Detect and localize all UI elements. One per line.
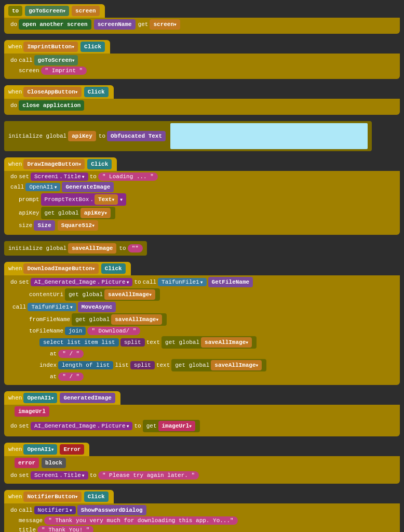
image-url-param: imageUrl xyxy=(15,406,49,417)
select-list-block: select list item list xyxy=(39,338,119,347)
openai1-error-event[interactable]: OpenAI1 xyxy=(23,444,57,455)
get-kw: get global xyxy=(45,210,79,216)
go-to-screen-call[interactable]: goToScreen xyxy=(34,55,78,65)
do-body-8: do set AI_Generated_Image . Picture to g… xyxy=(4,418,400,436)
text-7b: text xyxy=(156,362,170,368)
notifier-btn-block[interactable]: NotifierButton xyxy=(23,491,81,502)
square-opt[interactable]: Square512 xyxy=(58,220,98,231)
init-label-4: initialize global xyxy=(8,133,66,139)
screen1-title[interactable]: Screen1 . Title xyxy=(31,172,88,181)
open-another-screen-block[interactable]: open another screen xyxy=(19,19,91,30)
error-param: error xyxy=(15,458,39,468)
title-label-10: title xyxy=(19,527,36,532)
title-val-10: " Thank You! " xyxy=(37,526,93,532)
screen-type-block: screen xyxy=(72,6,100,16)
get-label-1: get xyxy=(138,21,149,28)
download-str: " Download/ " xyxy=(87,327,140,335)
draw-btn-block[interactable]: DrawImageButton xyxy=(23,159,85,169)
screen-row-2: screen " Imprint " xyxy=(8,66,396,75)
taifun-file1[interactable]: TaifunFile1 xyxy=(158,278,206,286)
dot: . xyxy=(59,174,63,180)
obfuscated-block: Obfuscated Text xyxy=(107,131,166,141)
api-key-var: apiKey xyxy=(68,131,96,141)
goToScreen-block[interactable]: goToScreen xyxy=(25,6,69,16)
at-row: at " / " xyxy=(8,350,396,358)
api-label: apiKey xyxy=(19,210,39,216)
openai1-block[interactable]: OpenAI1 xyxy=(25,183,60,191)
ai-image-pic-8[interactable]: AI_Generated_Image . Picture xyxy=(31,422,132,430)
save-all-split[interactable]: saveAllImage xyxy=(201,337,252,348)
when-label-2: when xyxy=(8,44,22,50)
click-event-5: Click xyxy=(87,159,112,169)
at2-row: at " / " xyxy=(8,373,396,381)
call-10: call xyxy=(19,507,32,513)
block-group-6: initialize global saveAllImage to "" xyxy=(4,241,400,256)
to-9: to xyxy=(90,472,97,478)
do-body-9: do set Screen1 . Title to " Please try a… xyxy=(4,470,400,484)
close-btn-block[interactable]: CloseAppButton xyxy=(23,87,81,97)
when-label-3: when xyxy=(8,89,22,95)
main-canvas: to goToScreen screen do open another scr… xyxy=(0,0,404,532)
index-row: index length of list list split text get… xyxy=(8,359,396,371)
size-row: size Size Square512 xyxy=(8,220,396,231)
text-7: text xyxy=(146,339,160,345)
screen-label-2: screen xyxy=(19,68,39,74)
event-hat-2: when ImprintButton Click xyxy=(4,40,110,54)
do-label-3: do xyxy=(10,102,17,109)
block-group-1: to goToScreen screen do open another scr… xyxy=(4,4,400,34)
generated-image-event: GeneratedImage xyxy=(60,393,115,403)
do-row-9: do set Screen1 . Title to " Please try a… xyxy=(8,471,396,480)
taifun-file1-move[interactable]: TaifunFile1 xyxy=(28,303,76,311)
click-event-10: Click xyxy=(84,491,109,502)
set-label-5: set xyxy=(19,174,29,180)
get-save-all-split: get global saveAllImage xyxy=(161,336,257,349)
get-save-all-split2: get global saveAllImage xyxy=(171,359,266,371)
size-comp: Size xyxy=(34,220,55,231)
when-label-10: when xyxy=(8,494,22,500)
do-body-2: do call goToScreen screen " Imprint " xyxy=(4,54,400,79)
do-row-3: do close application xyxy=(8,100,396,111)
do-row-8: do set AI_Generated_Image . Picture to g… xyxy=(8,420,396,432)
show-password-dialog: ShowPasswordDialog xyxy=(77,505,146,515)
event-hat-9: when OpenAI1 Error xyxy=(4,443,89,456)
join-block: join xyxy=(65,327,86,335)
save-all-get[interactable]: saveAllImage xyxy=(104,289,155,300)
api-var[interactable]: apiKey xyxy=(80,208,111,218)
openai1-event[interactable]: OpenAI1 xyxy=(23,393,57,403)
do-body-7: do set AI_Generated_Image . Picture to c… xyxy=(4,275,400,385)
ai-image-pic-prop[interactable]: AI_Generated_Image . Picture xyxy=(31,278,132,286)
prompt-text-prop[interactable]: PromptTextBox . Text xyxy=(41,193,126,206)
message-val: " Thank you very much for downloading th… xyxy=(44,516,237,525)
close-app-block[interactable]: close application xyxy=(19,100,84,111)
message-label: message xyxy=(19,517,43,524)
text-prop[interactable]: Text xyxy=(95,194,118,205)
do-label-9: do xyxy=(10,472,17,478)
call-7: call xyxy=(143,279,156,285)
call-7b: call xyxy=(12,304,26,310)
block-group-10: when NotifierButton Click do call Notifi… xyxy=(4,490,400,532)
save-all-from[interactable]: saveAllImage xyxy=(111,314,162,325)
prompt-label: prompt xyxy=(19,196,39,203)
message-row: message " Thank you very much for downlo… xyxy=(8,516,396,525)
content-uri-row: contentUri get global saveAllImage xyxy=(8,288,396,301)
imprint-btn-block[interactable]: ImprintButton xyxy=(23,42,78,52)
screen1-comp: Screen1 xyxy=(34,174,58,180)
event-hat-8: when OpenAI1 GeneratedImage xyxy=(4,391,120,405)
download-btn-block[interactable]: DownloadImageButton xyxy=(23,263,98,274)
obfuscated-value-box[interactable] xyxy=(170,123,368,149)
do-label-2: do xyxy=(10,57,17,63)
size-label: size xyxy=(19,222,32,229)
save-all-split2[interactable]: saveAllImage xyxy=(211,360,262,370)
do-label-7: do xyxy=(10,279,17,285)
notifier1-comp[interactable]: Notifier1 xyxy=(34,506,76,514)
block-group-7: when DownloadImageButton Click do set AI… xyxy=(4,262,400,385)
image-url-get[interactable]: imageUrl xyxy=(158,421,196,431)
block-group-4: initialize global apiKey to Obfuscated T… xyxy=(4,121,400,151)
to-label: to xyxy=(8,6,22,16)
do-body-10: do call Notifier1 ShowPasswordDialog mes… xyxy=(4,503,400,532)
screen1-title-9[interactable]: Screen1 . Title xyxy=(31,471,88,480)
call-5: call xyxy=(10,184,24,190)
split-block-1: split xyxy=(120,338,145,347)
get-api-key: get global apiKey xyxy=(41,207,115,219)
screen-get-block[interactable]: screen xyxy=(150,19,180,30)
